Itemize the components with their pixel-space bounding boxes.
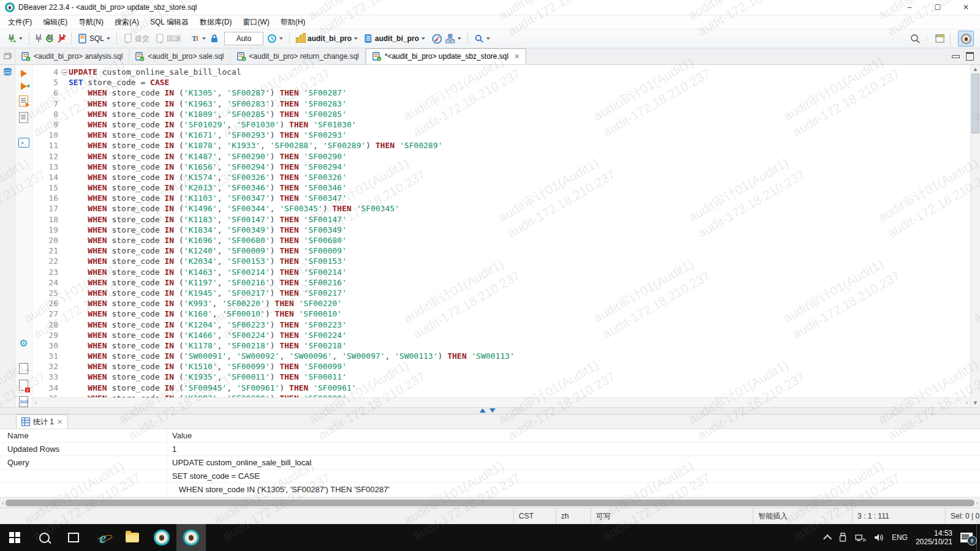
code-line-4[interactable]: 4UPDATE custom_online_sale_bill_local [32,67,970,77]
file-variables-icon[interactable]: (ω) [19,396,28,407]
database-navigator-icon[interactable] [2,67,13,77]
code-line-6[interactable]: 6 WHEN store_code IN ('K1305', 'SF00287'… [32,88,970,98]
commit-button[interactable]: 提交 [121,31,151,46]
transaction-mode-button[interactable]: T [188,31,208,46]
code-line-35[interactable]: 35 WHEN store_code IN ('K1883', 'SF00080… [32,393,970,397]
connect-plug-icon[interactable] [34,34,43,43]
code-line-27[interactable]: 27 WHEN store_code IN ('K160', 'SF00010'… [32,309,970,319]
scroll-down-arrow-icon[interactable]: ▼ [973,399,978,407]
code-line-20[interactable]: 20 WHEN store_code IN ('K1696', 'SF00680… [32,235,970,246]
show-desktop-button[interactable] [976,524,980,551]
scroll-left-arrow-icon[interactable]: ‹ [2,500,4,506]
menu-item-6[interactable]: 窗口(W) [238,15,275,29]
code-area[interactable]: 4UPDATE custom_online_sale_bill_local5SE… [32,65,970,397]
code-line-23[interactable]: 23 WHEN store_code IN ('K1463', 'SF00214… [32,267,970,277]
code-line-22[interactable]: 22 WHEN store_code IN ('K2034', 'SF00153… [32,256,970,266]
code-line-12[interactable]: 12 WHEN store_code IN ('K1487', 'SF00290… [32,151,970,162]
transaction-log-button[interactable] [265,31,285,46]
stats-row-3[interactable]: WHEN store_code IN ('K1305', 'SF00287') … [0,483,980,497]
menu-item-0[interactable]: 文件(F) [2,15,37,29]
code-line-33[interactable]: 33 WHEN store_code IN ('K1935', 'SF00011… [32,372,970,382]
statistics-tab[interactable]: 统计 1 ✕ [16,414,68,429]
code-line-10[interactable]: 10 WHEN store_code IN ('K1671', 'SF00293… [32,130,970,140]
menu-item-2[interactable]: 导航(N) [73,15,109,29]
code-line-17[interactable]: 17 WHEN store_code IN ('K1496', 'SF00344… [32,203,970,214]
scroll-right-arrow-icon[interactable]: › [966,399,968,406]
reconnect-plug-icon[interactable] [45,34,55,43]
menu-item-5[interactable]: 数据库(D) [194,15,238,29]
editor-tab-0[interactable]: <audit_bi_pro> analysis.sql [15,48,129,64]
execute-script-icon[interactable] [19,96,28,107]
dbeaver-taskbar-button[interactable] [147,524,176,551]
window-minimize-button[interactable]: – [895,0,924,15]
compass-icon[interactable] [432,34,442,43]
rollback-button[interactable]: 回滚 [153,31,183,46]
sql-editor-button[interactable]: SQL [76,31,112,46]
code-line-16[interactable]: 16 WHEN store_code IN ('K1103', 'SF00347… [32,193,970,203]
code-line-29[interactable]: 29 WHEN store_code IN ('K1466', 'SF00224… [32,330,970,340]
scroll-up-arrow-icon[interactable]: ▲ [973,65,978,73]
editor-tab-1[interactable]: <audit_bi_pro> sale.sql [129,48,230,64]
explain-plan-icon[interactable] [19,112,28,123]
code-line-28[interactable]: 28 WHEN store_code IN ('K1204', 'SF00223… [32,320,970,330]
gear-icon[interactable]: ⚙ [19,339,28,348]
maximize-editor-icon[interactable] [966,52,974,61]
close-tab-icon[interactable]: ✕ [57,418,62,426]
execute-statement-icon[interactable] [21,70,27,77]
scroll-left-arrow-icon[interactable]: ‹ [35,399,37,406]
tray-chevron-up-icon[interactable] [824,533,831,542]
language-indicator[interactable]: ENG [892,533,908,542]
open-perspective-icon[interactable] [935,34,945,43]
code-line-24[interactable]: 24 WHEN store_code IN ('K1197', 'SF00216… [32,277,970,288]
export-result-icon[interactable]: → [19,363,28,374]
stats-row-1[interactable]: QueryUPDATE custom_online_sale_bill_loca… [0,456,980,470]
restore-view-icon[interactable] [4,53,12,59]
scrollbar-thumb[interactable] [6,500,974,506]
execute-in-new-tab-icon[interactable]: + [21,83,27,90]
connection-selector[interactable]: audit_bi_pro [294,31,360,46]
code-line-31[interactable]: 31 WHEN store_code IN ('SW00091', 'SW000… [32,351,970,361]
search-button[interactable] [472,31,492,46]
quick-search-icon[interactable] [910,34,920,43]
close-tab-icon[interactable]: ✕ [514,53,519,61]
network-icon[interactable] [855,533,866,542]
code-line-9[interactable]: 9 WHEN store_code IN ('SF01029', 'SF0103… [32,119,970,130]
code-line-11[interactable]: 11 WHEN store_code IN ('K1878', 'K1933',… [32,140,970,151]
new-connection-button[interactable]: + [5,31,24,46]
panel-sash[interactable] [0,407,980,414]
dbeaver-perspective-button[interactable] [958,31,974,47]
sash-expand-up-icon[interactable] [480,408,486,413]
window-maximize-button[interactable]: ☐ [924,0,952,15]
minimize-editor-icon[interactable] [952,55,960,58]
disconnect-plug-icon[interactable] [57,34,67,43]
task-view-button[interactable] [59,524,88,551]
menu-item-4[interactable]: SQL 编辑器 [145,15,194,29]
editor-vertical-scrollbar[interactable]: ▲ ▼ [970,65,980,407]
code-line-34[interactable]: 34 WHEN store_code IN ('SF00945', 'SF009… [32,383,970,393]
column-header-name[interactable]: Name [0,429,167,442]
code-line-7[interactable]: 7 WHEN store_code IN ('K1963', 'SF00283'… [32,99,970,109]
sql-code-editor[interactable]: 4UPDATE custom_online_sale_bill_local5SE… [32,65,980,407]
code-line-21[interactable]: 21 WHEN store_code IN ('K1240', 'SF00009… [32,246,970,256]
notification-center-button[interactable]: 8 [960,533,973,542]
terminal-icon[interactable]: >_ [18,138,29,148]
fold-collapse-icon[interactable] [60,67,69,77]
column-header-value[interactable]: Value [167,429,980,442]
code-line-14[interactable]: 14 WHEN store_code IN ('K1574', 'SF00326… [32,172,970,182]
code-line-13[interactable]: 13 WHEN store_code IN ('K1656', 'SF00294… [32,162,970,172]
menu-item-1[interactable]: 编辑(E) [37,15,73,29]
code-line-8[interactable]: 8 WHEN store_code IN ('K1809', 'SF00285'… [32,109,970,119]
file-explorer-button[interactable] [118,524,147,551]
lock-icon[interactable] [209,34,219,43]
stats-row-2[interactable]: SET store_code = CASE [0,470,980,483]
internet-explorer-button[interactable]: e [88,524,118,551]
taskbar-clock[interactable]: 14:53 2025/10/21 [916,529,952,546]
taskbar-search-button[interactable] [29,524,59,551]
file-warning-icon[interactable]: ! [19,380,28,391]
code-line-26[interactable]: 26 WHEN store_code IN ('K993', 'SF00220'… [32,298,970,309]
code-line-5[interactable]: 5SET store_code = CASE [32,77,970,88]
start-button[interactable] [0,524,29,551]
stats-row-0[interactable]: Updated Rows1 [0,443,980,456]
code-line-25[interactable]: 25 WHEN store_code IN ('K1945', 'SF00217… [32,288,970,298]
editor-tab-2[interactable]: <audit_bi_pro> return_change.sql [231,48,366,64]
